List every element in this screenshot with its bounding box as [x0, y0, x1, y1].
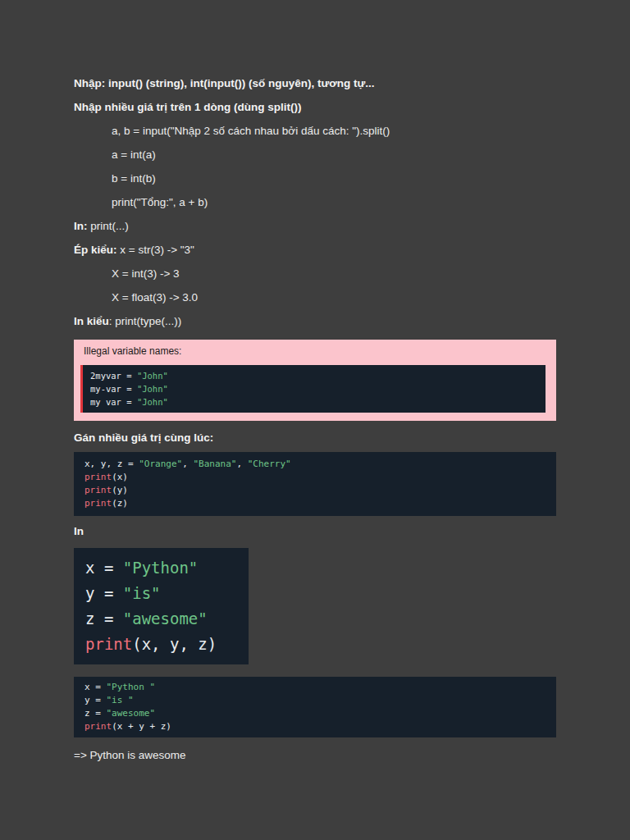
note-line: In: print(...)	[74, 221, 556, 232]
note-line: a = int(a)	[74, 149, 556, 161]
code-line: my-var = "John"	[90, 382, 537, 395]
code-line: y = "is"	[85, 581, 237, 606]
code-line: z = "awesome"	[85, 606, 237, 632]
note-line: b = int(b)	[74, 173, 556, 185]
code-line: my var = "John"	[90, 395, 537, 409]
notes-content: Nhập: input() (string), int(input()) (số…	[74, 78, 556, 761]
code-line: x = "Python "	[84, 681, 546, 694]
illegal-names-code-block: 2myvar = "John"my-var = "John"my var = "…	[80, 365, 546, 413]
note-line: In kiểu: print(type(...))	[74, 316, 556, 327]
code-line: y = "is "	[84, 694, 546, 707]
print-large-code-block: x = "Python"y = "is"z = "awesome"print(x…	[74, 548, 249, 664]
print-heading: In	[74, 526, 556, 537]
illegal-names-warning-box: Illegal variable names: 2myvar = "John"m…	[74, 340, 556, 421]
code-line: x = "Python"	[85, 555, 237, 581]
illegal-names-label: Illegal variable names:	[80, 345, 546, 357]
note-line: X = int(3) -> 3	[74, 268, 556, 280]
note-line: print("Tổng:", a + b)	[74, 197, 556, 208]
note-line: Nhập: input() (string), int(input()) (số…	[74, 78, 556, 89]
note-line: X = float(3) -> 3.0	[74, 292, 556, 304]
result-text: => Python is awesome	[74, 750, 556, 761]
notes-paragraphs: Nhập: input() (string), int(input()) (số…	[74, 78, 556, 327]
multi-assign-heading: Gán nhiều giá trị cùng lúc:	[74, 432, 556, 444]
code-line: 2myvar = "John"	[90, 369, 537, 382]
note-line: Ép kiểu: x = str(3) -> "3"	[74, 244, 556, 256]
code-line: print(x + y + z)	[84, 720, 546, 733]
code-line: print(z)	[84, 497, 546, 510]
code-line: z = "awesome"	[84, 707, 546, 720]
code-line: x, y, z = "Orange", "Banana", "Cherry"	[84, 458, 546, 471]
multi-assign-code-block: x, y, z = "Orange", "Banana", "Cherry"pr…	[74, 452, 556, 516]
code-line: print(y)	[84, 484, 546, 497]
note-line: Nhập nhiều giá trị trên 1 dòng (dùng spl…	[74, 102, 556, 113]
notes-page: Nhập: input() (string), int(input()) (số…	[0, 0, 630, 840]
concat-code-block: x = "Python "y = "is "z = "awesome"print…	[74, 677, 556, 737]
code-line: print(x, y, z)	[85, 632, 237, 657]
note-line: a, b = input("Nhập 2 số cách nhau bởi dấ…	[74, 126, 556, 137]
code-line: print(x)	[84, 471, 546, 484]
